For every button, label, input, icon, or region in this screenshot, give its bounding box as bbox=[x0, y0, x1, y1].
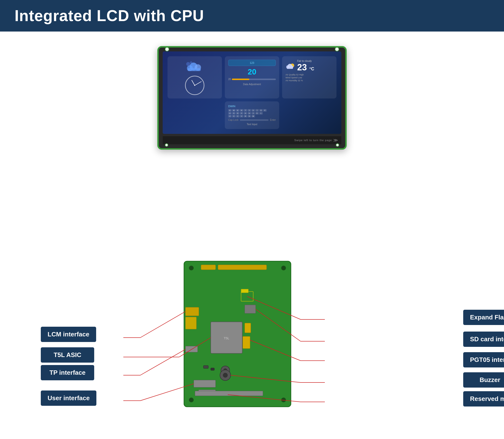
text-input-label: Text Input bbox=[228, 123, 276, 126]
weather-icon bbox=[285, 62, 295, 70]
svg-rect-3 bbox=[187, 68, 201, 71]
svg-rect-30 bbox=[211, 368, 214, 370]
kb-key: J bbox=[252, 112, 255, 114]
page-title: Integrated LCD with CPU bbox=[14, 7, 490, 25]
buzzer-box: Buzzer bbox=[463, 372, 504, 388]
wind-speed-row: Wind Speed Low bbox=[285, 76, 333, 79]
svg-point-4 bbox=[186, 62, 190, 66]
kb-key: U bbox=[252, 109, 255, 111]
expand-flash-box: Expand Flash interface bbox=[463, 310, 504, 325]
weather-stats: Air Quality 52 High Wind Speed Low Air H… bbox=[285, 73, 333, 82]
dwin-label: DWIN bbox=[228, 105, 276, 108]
kb-key: N bbox=[248, 115, 251, 117]
kb-key: C bbox=[236, 115, 239, 117]
svg-point-12 bbox=[189, 266, 194, 270]
tp-interface-box: TP interface bbox=[41, 365, 94, 380]
kb-key: M bbox=[252, 115, 255, 117]
widget-text-input: DWIN E W E R T Y U I O P bbox=[225, 101, 279, 129]
kb-key: Y bbox=[248, 109, 251, 111]
weather-temp: 23 °C bbox=[297, 62, 314, 73]
main-content: 123 20 20 Data Adjustment bbox=[0, 32, 504, 351]
data-adjustment-label: Data Adjustment bbox=[228, 83, 276, 85]
kb-key: S bbox=[232, 112, 235, 114]
kb-key: E bbox=[236, 109, 239, 111]
kb-key: D bbox=[236, 112, 239, 114]
svg-line-43 bbox=[140, 311, 185, 338]
kb-key: L bbox=[259, 112, 263, 114]
pcb-section: T5L bbox=[19, 167, 485, 336]
kb-row-1: E W E R T Y U I O P bbox=[228, 109, 276, 111]
corner-hole-bl bbox=[165, 143, 168, 147]
cloud-svg bbox=[184, 60, 206, 74]
kb-key: P bbox=[263, 109, 267, 111]
widget-weather: Fair to cloudy 23 °C Air Quality 52 High bbox=[282, 56, 336, 98]
svg-rect-25 bbox=[241, 289, 248, 293]
user-interface-box: User interface bbox=[41, 390, 96, 406]
slider-bar bbox=[232, 79, 276, 80]
t5l-asic-box: T5L ASIC bbox=[41, 347, 94, 363]
clock-hand-minute bbox=[195, 81, 202, 85]
widget-clock bbox=[168, 56, 222, 98]
air-quality-row: Air Quality 52 High bbox=[285, 73, 333, 76]
svg-line-47 bbox=[140, 349, 185, 375]
svg-rect-29 bbox=[204, 366, 208, 368]
number-box: 123 bbox=[228, 60, 276, 66]
lcm-interface-box: LCM interface bbox=[41, 327, 96, 342]
clock-circle bbox=[185, 76, 204, 95]
page-header: Integrated LCD with CPU bbox=[0, 0, 504, 32]
pcb-diagram-svg: T5L bbox=[34, 252, 470, 439]
svg-rect-18 bbox=[185, 307, 199, 316]
kb-key: H bbox=[248, 112, 251, 114]
svg-rect-35 bbox=[195, 391, 263, 396]
kb-key: Z bbox=[228, 115, 232, 117]
kb-key: I bbox=[255, 109, 259, 111]
svg-text:T5L: T5L bbox=[224, 336, 229, 340]
svg-point-34 bbox=[223, 373, 228, 378]
lcd-bottom-bar: Swipe left to turn the page ≫ bbox=[163, 136, 341, 144]
kb-row-2: A S D F G H J K L bbox=[228, 112, 276, 114]
lcd-display-section: 123 20 20 Data Adjustment bbox=[19, 46, 485, 150]
kb-key: E bbox=[228, 109, 232, 111]
kb-key: O bbox=[259, 109, 263, 111]
kb-key: K bbox=[255, 112, 259, 114]
kb-key: F bbox=[240, 112, 243, 114]
kb-key: X bbox=[232, 115, 235, 117]
svg-point-5 bbox=[190, 61, 192, 64]
pgt05-box: PGT05 interface bbox=[463, 352, 504, 367]
big-number: 20 bbox=[228, 67, 276, 76]
reserved-module-box: Reserved module interface bbox=[463, 391, 504, 406]
svg-rect-17 bbox=[218, 265, 267, 270]
slider-label: 20 bbox=[228, 78, 231, 81]
chevron-right-icon: ≫ bbox=[333, 137, 338, 143]
svg-rect-36 bbox=[243, 336, 250, 349]
svg-rect-22 bbox=[245, 323, 251, 333]
slider-row: 20 bbox=[228, 78, 276, 81]
kb-row-3: Z X C V B N M bbox=[228, 115, 276, 117]
widget-data-adjustment: 123 20 20 Data Adjustment bbox=[225, 56, 279, 98]
lcd-frame: 123 20 20 Data Adjustment bbox=[157, 46, 347, 150]
svg-rect-16 bbox=[201, 265, 216, 270]
svg-rect-10 bbox=[287, 67, 293, 69]
kb-key: W bbox=[232, 109, 235, 111]
swipe-text: Swipe left to turn the page bbox=[294, 139, 332, 142]
svg-rect-27 bbox=[194, 380, 216, 387]
kb-key: B bbox=[244, 115, 247, 117]
kb-key: R bbox=[240, 109, 243, 111]
kb-key: V bbox=[240, 115, 243, 117]
kb-key: G bbox=[244, 112, 247, 114]
svg-point-13 bbox=[281, 266, 286, 270]
slider-fill bbox=[232, 79, 249, 80]
kb-key: A bbox=[228, 112, 232, 114]
svg-rect-23 bbox=[245, 305, 256, 313]
humidity-row: Air Humidity 32 % bbox=[285, 79, 333, 82]
lcd-screen: 123 20 20 Data Adjustment bbox=[163, 51, 341, 134]
kb-key: T bbox=[244, 109, 247, 111]
sd-card-box: SD card interface bbox=[463, 331, 504, 347]
svg-rect-19 bbox=[185, 317, 196, 329]
corner-hole-br bbox=[336, 143, 339, 147]
weather-condition: Fair to cloudy bbox=[297, 60, 314, 62]
svg-point-14 bbox=[189, 398, 194, 402]
